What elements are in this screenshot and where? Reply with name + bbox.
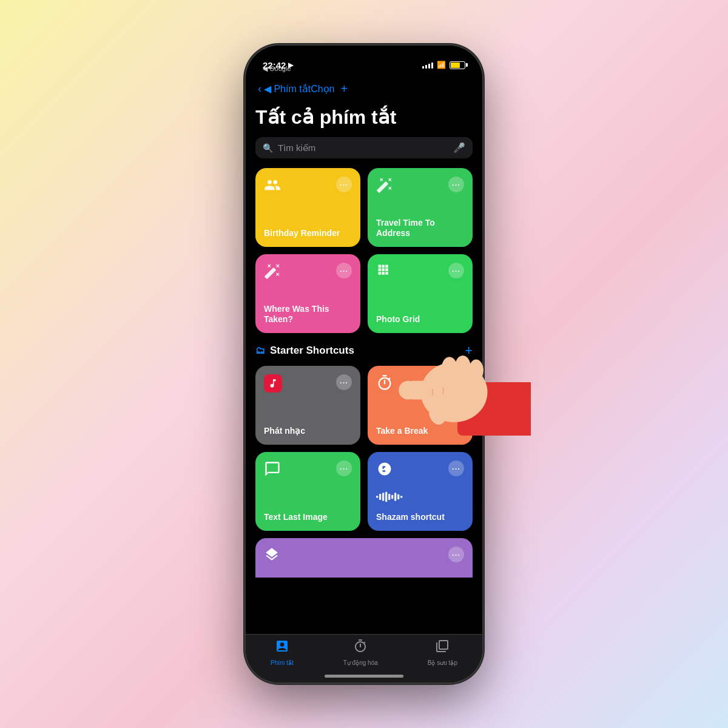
card-label-where-taken: Where Was This Taken?	[264, 304, 352, 325]
page-title: Tất cả phím tắt	[255, 106, 473, 129]
shortcut-card-photo-grid[interactable]: ··· Photo Grid	[368, 254, 473, 333]
status-icons: 📶	[422, 61, 465, 69]
search-icon: 🔍	[263, 143, 273, 153]
content-area: Tất cả phím tắt 🔍 Tìm kiếm 🎤	[246, 101, 482, 578]
shortcut-card-birthday-reminder[interactable]: ··· Birthday Reminder	[255, 168, 360, 247]
signal-bar-1	[422, 66, 424, 69]
card-label-take-break: Take a Break	[376, 426, 464, 436]
tab-collection[interactable]: Bộ sưu tập	[428, 639, 457, 666]
svg-rect-6	[394, 493, 396, 500]
music-app-icon	[264, 374, 282, 393]
card-menu-button[interactable]: ···	[336, 263, 352, 278]
nav-bar: ‹ ◀ Phím tắt Chọn +	[246, 77, 482, 101]
card-label-birthday-reminder: Birthday Reminder	[264, 228, 352, 238]
svg-rect-1	[379, 494, 381, 500]
partial-card-container: ···	[255, 538, 473, 578]
card-label-phat-nhac: Phát nhạc	[264, 426, 352, 436]
svg-rect-3	[385, 491, 387, 502]
microphone-icon[interactable]: 🎤	[453, 142, 465, 153]
back-button-label: ◀ Phím tắt	[264, 83, 311, 95]
card-menu-button[interactable]: ···	[448, 177, 464, 192]
back-button[interactable]: ‹ ◀ Phím tắt	[258, 83, 311, 95]
card-menu-button[interactable]: ···	[448, 374, 464, 390]
screen: 22:42 ▶ ◀ Google 📶	[246, 46, 482, 682]
chevron-left-icon: ‹	[258, 83, 261, 95]
wand-icon-2	[264, 263, 281, 283]
section-title: 🗂 Starter Shortcuts	[255, 345, 354, 357]
card-header: ···	[264, 460, 352, 481]
svg-rect-0	[376, 496, 378, 497]
back-app-label: ◀ Google	[263, 65, 291, 72]
choose-button[interactable]: Chọn	[311, 83, 334, 95]
notch	[318, 46, 410, 65]
tab-bar: Phím tắt Tự động hóa	[246, 634, 482, 682]
shortcuts-grid: ··· Birthday Reminder ···	[255, 168, 473, 333]
card-header: ···	[264, 177, 352, 197]
shazam-icon	[376, 460, 393, 481]
wand-stars-icon	[376, 177, 393, 197]
signal-bar-2	[425, 65, 427, 69]
card-menu-button[interactable]: ···	[448, 263, 464, 278]
card-header: ···	[264, 547, 464, 566]
card-header: ···	[376, 460, 464, 481]
back-label: ◀ Google	[263, 65, 291, 73]
card-menu-button[interactable]: ···	[336, 460, 352, 476]
partial-shortcut-card[interactable]: ···	[255, 538, 473, 578]
scene: 22:42 ▶ ◀ Google 📶	[246, 46, 482, 682]
card-label-shazam: Shazam shortcut	[376, 512, 464, 522]
folder-icon: 🗂	[255, 345, 265, 356]
automation-tab-label: Tự động hóa	[343, 659, 378, 666]
card-label-travel-time: Travel Time To Address	[376, 218, 464, 238]
add-shortcut-button[interactable]: +	[340, 82, 348, 96]
signal-bars-icon	[422, 61, 433, 69]
starter-shortcuts-grid: ··· Phát nhạc	[255, 366, 473, 531]
home-indicator	[325, 675, 403, 678]
signal-bar-3	[428, 64, 430, 69]
message-icon	[264, 460, 281, 481]
timer-icon	[376, 374, 393, 395]
card-menu-button[interactable]: ···	[336, 177, 352, 192]
shortcut-card-travel-time[interactable]: ··· Travel Time To Address	[368, 168, 473, 247]
card-label-photo-grid: Photo Grid	[376, 314, 464, 325]
shazam-wave	[376, 491, 464, 503]
svg-rect-5	[391, 494, 393, 499]
battery-icon	[450, 61, 465, 69]
shortcut-card-text-last-image[interactable]: ··· Text Last Image	[255, 452, 360, 531]
shortcut-card-where-taken[interactable]: ··· Where Was This Taken?	[255, 254, 360, 333]
shortcut-card-phat-nhac[interactable]: ··· Phát nhạc	[255, 366, 360, 445]
collection-tab-icon	[435, 639, 450, 657]
card-header: ···	[376, 177, 464, 197]
shortcuts-tab-icon	[275, 639, 289, 657]
signal-bar-4	[431, 62, 433, 69]
phone: 22:42 ▶ ◀ Google 📶	[246, 46, 482, 682]
people-icon	[264, 177, 281, 197]
tab-shortcuts[interactable]: Phím tắt	[271, 639, 294, 666]
grid-icon	[376, 263, 393, 283]
section-title-label: Starter Shortcuts	[270, 345, 354, 357]
search-input[interactable]: Tìm kiếm	[278, 143, 448, 153]
collection-tab-label: Bộ sưu tập	[428, 659, 457, 666]
svg-rect-2	[382, 493, 384, 500]
card-menu-button[interactable]: ···	[448, 460, 464, 476]
tab-automation[interactable]: Tự động hóa	[343, 639, 378, 666]
wifi-icon: 📶	[437, 61, 446, 69]
card-header: ···	[376, 374, 464, 395]
shortcuts-tab-label: Phím tắt	[271, 659, 294, 666]
search-bar[interactable]: 🔍 Tìm kiếm 🎤	[255, 137, 473, 158]
starter-shortcuts-section-header: 🗂 Starter Shortcuts +	[255, 343, 473, 359]
add-starter-shortcut-button[interactable]: +	[465, 343, 473, 359]
nav-actions: Chọn +	[311, 82, 348, 96]
shortcut-card-shazam[interactable]: ···	[368, 452, 473, 531]
card-menu-button[interactable]: ···	[336, 374, 352, 390]
stack-icon	[264, 547, 280, 566]
battery-fill	[451, 62, 460, 68]
automation-tab-icon	[353, 639, 368, 657]
card-header: ···	[376, 263, 464, 283]
card-header: ···	[264, 263, 352, 283]
card-menu-button[interactable]: ···	[448, 547, 464, 562]
svg-rect-4	[388, 494, 390, 500]
card-label-text-last-image: Text Last Image	[264, 512, 352, 522]
svg-rect-7	[397, 494, 399, 499]
shortcut-card-take-break[interactable]: ··· Take a Break	[368, 366, 473, 445]
svg-rect-8	[400, 496, 402, 497]
